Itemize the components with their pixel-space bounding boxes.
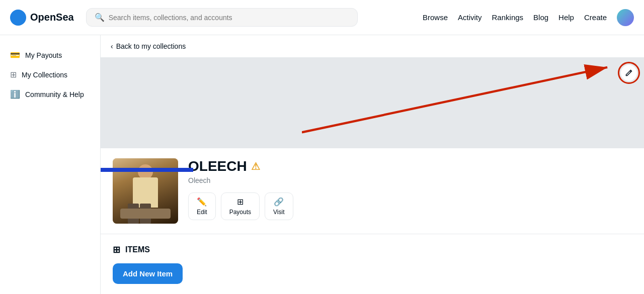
- layout: 💳 My Payouts ⊞ My Collections ℹ️ Communi…: [0, 0, 644, 294]
- edit-icon: ✏️: [197, 197, 207, 207]
- collection-details: OLEECH ⚠ Oleech ✏️: [188, 158, 632, 220]
- red-arrow-annotation: [302, 63, 616, 135]
- back-to-collections-link[interactable]: ‹ Back to my collections: [101, 35, 644, 58]
- items-heading: ITEMS: [125, 245, 150, 254]
- sidebar-item-my-collections[interactable]: ⊞ My Collections: [0, 65, 100, 84]
- warning-icon: ⚠: [251, 160, 260, 172]
- visit-icon: 🔗: [274, 197, 284, 207]
- collection-name: OLEECH: [188, 158, 247, 174]
- edit-label: Edit: [197, 209, 207, 216]
- edit-collection-button[interactable]: ✏️ Edit: [188, 192, 216, 220]
- nav-help[interactable]: Help: [558, 13, 574, 22]
- items-header: ⊞ ITEMS: [113, 244, 632, 255]
- items-section: ⊞ ITEMS Add New Item 🔍 Sort by ▾: [101, 234, 644, 294]
- sidebar-item-collections-label: My Collections: [22, 71, 67, 79]
- nav-browse[interactable]: Browse: [423, 13, 448, 22]
- navbar: OpenSea 🔍 Browse Activity Rankings Blog …: [0, 0, 644, 35]
- chevron-left-icon: ‹: [111, 42, 113, 50]
- add-new-item-button[interactable]: Add New Item: [113, 263, 183, 284]
- nav-rankings[interactable]: Rankings: [492, 13, 524, 22]
- sidebar-item-my-payouts[interactable]: 💳 My Payouts: [0, 45, 100, 65]
- nav-activity[interactable]: Activity: [458, 13, 482, 22]
- sidebar-item-help-label: Community & Help: [25, 90, 84, 99]
- main-content: ‹ Back to my collections: [101, 35, 644, 294]
- svg-line-1: [302, 67, 607, 132]
- logo-text: OpenSea: [30, 12, 74, 23]
- collection-banner: [101, 58, 644, 148]
- payouts-button[interactable]: ⊞ Payouts: [221, 192, 260, 220]
- payouts-btn-icon: ⊞: [237, 197, 244, 207]
- collection-title-row: OLEECH ⚠: [188, 158, 632, 174]
- global-search-input[interactable]: [109, 14, 349, 22]
- edit-banner-button[interactable]: [620, 64, 638, 82]
- visit-button[interactable]: 🔗 Visit: [265, 192, 293, 220]
- sidebar: 💳 My Payouts ⊞ My Collections ℹ️ Communi…: [0, 35, 101, 294]
- sidebar-item-community-help[interactable]: ℹ️ Community & Help: [0, 84, 100, 104]
- collection-subtitle: Oleech: [188, 176, 632, 184]
- logo[interactable]: OpenSea: [10, 10, 74, 26]
- avatar[interactable]: [617, 9, 634, 26]
- collection-actions: ✏️ Edit ⊞ Payouts 🔗 Visit: [188, 192, 632, 220]
- collection-avatar: [113, 158, 178, 224]
- collections-icon: ⊞: [10, 70, 17, 79]
- help-icon: ℹ️: [10, 89, 20, 99]
- sidebar-item-payouts-label: My Payouts: [25, 51, 62, 59]
- nav-blog[interactable]: Blog: [533, 13, 548, 22]
- nav-create[interactable]: Create: [584, 13, 607, 22]
- search-icon: 🔍: [95, 13, 105, 22]
- back-link-text: Back to my collections: [116, 42, 186, 50]
- visit-label: Visit: [273, 209, 284, 216]
- payouts-label: Payouts: [229, 209, 251, 216]
- nav-links: Browse Activity Rankings Blog Help Creat…: [423, 9, 634, 26]
- payouts-icon: 💳: [10, 50, 20, 60]
- global-search-bar[interactable]: 🔍: [86, 8, 358, 27]
- collection-info: OLEECH ⚠ Oleech ✏️: [101, 148, 644, 234]
- logo-icon: [10, 10, 26, 26]
- pencil-icon: [625, 69, 633, 77]
- items-grid-icon: ⊞: [113, 244, 120, 255]
